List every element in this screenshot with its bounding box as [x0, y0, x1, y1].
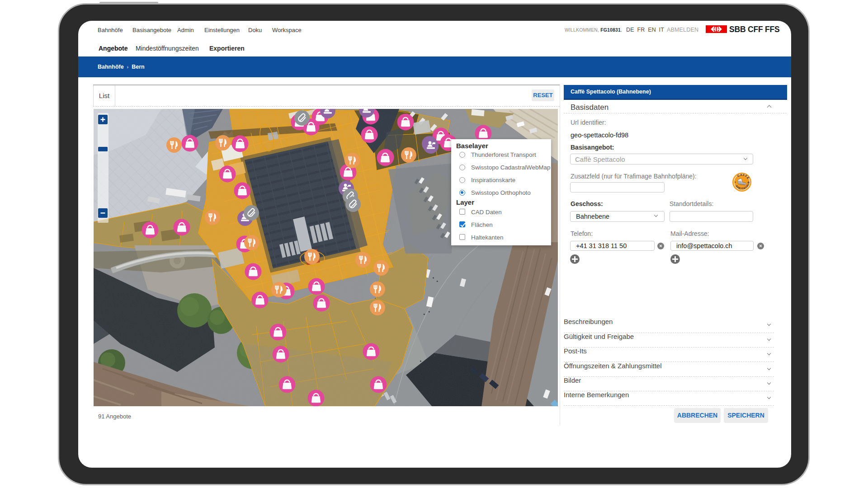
svg-text:SBB CFF FFS: SBB CFF FFS — [729, 25, 780, 34]
